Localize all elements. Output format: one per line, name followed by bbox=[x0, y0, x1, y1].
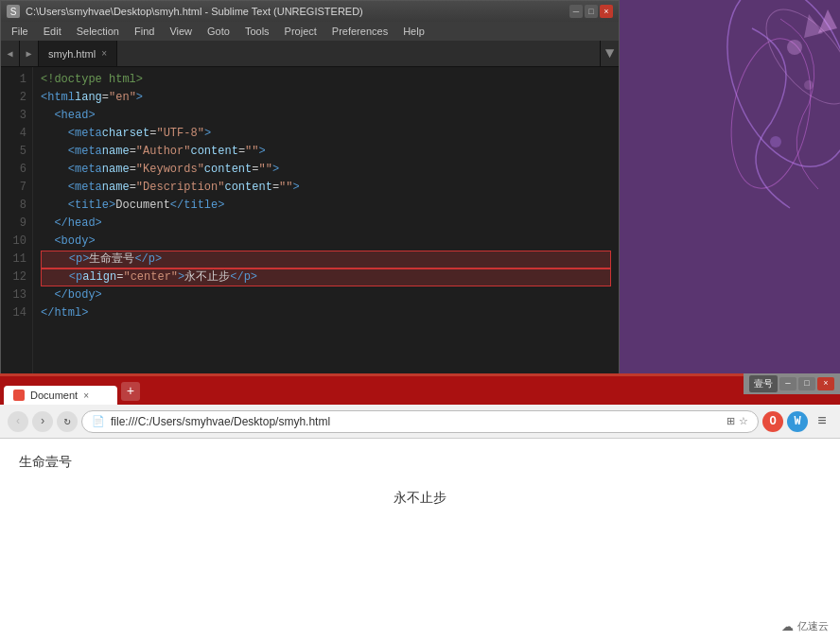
menu-edit[interactable]: Edit bbox=[37, 25, 68, 38]
menu-selection[interactable]: Selection bbox=[70, 25, 126, 38]
browser-content: 生命壹号 永不止步 bbox=[0, 439, 840, 641]
browser-close-btn[interactable]: × bbox=[817, 377, 834, 390]
browser-window: Document × + ‹ › ↻ 📄 file:///C:/Users/sm… bbox=[0, 373, 840, 641]
menu-help[interactable]: Help bbox=[396, 25, 431, 38]
content-text-1: 生命壹号 bbox=[19, 454, 821, 471]
code-line-10: <body> bbox=[41, 233, 611, 251]
window-number-btn[interactable]: 壹号 bbox=[749, 375, 778, 392]
code-line-8: <title>Document</title> bbox=[41, 197, 611, 215]
minimize-button[interactable]: ─ bbox=[569, 5, 583, 18]
menu-preferences[interactable]: Preferences bbox=[325, 25, 394, 38]
svg-point-4 bbox=[787, 40, 802, 55]
browser-window-controls: 壹号 ─ □ × bbox=[744, 373, 840, 394]
code-line-14: </html> bbox=[41, 304, 611, 322]
menu-button[interactable]: ≡ bbox=[812, 411, 832, 432]
browser-tab-title: Document bbox=[30, 390, 78, 401]
menu-bar: File Edit Selection Find View Goto Tools… bbox=[1, 22, 619, 41]
code-line-5: <meta name="Author" content=""> bbox=[41, 143, 611, 161]
code-line-13: </body> bbox=[41, 286, 611, 304]
tab-next[interactable]: ▶ bbox=[20, 41, 39, 66]
code-line-1: <!doctype html> bbox=[41, 71, 611, 89]
menu-file[interactable]: File bbox=[5, 25, 35, 38]
window-title: C:\Users\smyhvae\Desktop\smyh.html - Sub… bbox=[26, 6, 363, 17]
code-line-7: <meta name="Description" content=""> bbox=[41, 179, 611, 197]
code-line-4: <meta charset="UTF-8"> bbox=[41, 125, 611, 143]
star-icon[interactable]: ☆ bbox=[739, 415, 748, 427]
content-text-2: 永不止步 bbox=[19, 480, 821, 629]
tab-bar: ◀ ▶ smyh.html × ▼ bbox=[1, 41, 619, 67]
forward-button[interactable]: › bbox=[32, 411, 53, 432]
code-editor[interactable]: <!doctype html> <html lang="en"> <head> … bbox=[33, 67, 619, 377]
tab-dropdown[interactable]: ▼ bbox=[600, 41, 619, 66]
opera-button[interactable]: O bbox=[762, 411, 783, 432]
title-bar: S C:\Users\smyhvae\Desktop\smyh.html - S… bbox=[1, 1, 619, 22]
browser-action-buttons: O W ≡ bbox=[762, 411, 832, 432]
bookmark-icon[interactable]: ⊞ bbox=[726, 415, 735, 427]
logo-icon: ☁ bbox=[781, 619, 794, 633]
back-button[interactable]: ‹ bbox=[8, 411, 28, 432]
close-button[interactable]: × bbox=[600, 5, 613, 18]
tab-favicon bbox=[13, 390, 25, 401]
code-line-3: <head> bbox=[41, 107, 611, 125]
wallpaper bbox=[620, 0, 840, 376]
browser-tab-bar: Document × + bbox=[0, 376, 840, 405]
maximize-button[interactable]: □ bbox=[585, 5, 598, 18]
menu-view[interactable]: View bbox=[163, 25, 199, 38]
taskbar-logo: ☁ 亿速云 bbox=[781, 619, 829, 633]
logo-text: 亿速云 bbox=[797, 619, 829, 633]
code-line-2: <html lang="en"> bbox=[41, 89, 611, 107]
svg-point-2 bbox=[721, 32, 822, 194]
address-icons: ⊞ ☆ bbox=[726, 415, 748, 427]
code-line-12: <p align="center">永不止步</p> bbox=[41, 269, 611, 286]
refresh-button[interactable]: ↻ bbox=[57, 411, 78, 432]
code-line-6: <meta name="Keywords" content=""> bbox=[41, 161, 611, 179]
svg-point-5 bbox=[804, 80, 814, 90]
new-tab-button[interactable]: + bbox=[121, 382, 140, 401]
tab-prev[interactable]: ◀ bbox=[1, 41, 20, 66]
menu-goto[interactable]: Goto bbox=[201, 25, 236, 38]
svg-point-3 bbox=[750, 0, 840, 118]
window-controls: ─ □ × bbox=[569, 5, 613, 18]
svg-point-6 bbox=[770, 136, 781, 147]
tab-smyh[interactable]: smyh.html × bbox=[39, 41, 117, 66]
code-line-9: </head> bbox=[41, 215, 611, 233]
menu-find[interactable]: Find bbox=[128, 25, 161, 38]
svg-rect-0 bbox=[620, 0, 840, 376]
svg-point-1 bbox=[704, 0, 840, 183]
address-text: file:///C:/Users/smyhvae/Desktop/smyh.ht… bbox=[111, 415, 330, 428]
browser-minimize-btn[interactable]: ─ bbox=[779, 377, 796, 390]
sync-button[interactable]: W bbox=[787, 411, 808, 432]
line-numbers: 1 2 3 4 5 6 7 8 9 10 11 12 13 14 bbox=[1, 67, 33, 377]
menu-tools[interactable]: Tools bbox=[238, 25, 276, 38]
app-icon: S bbox=[7, 5, 20, 18]
file-icon: 📄 bbox=[92, 415, 105, 427]
browser-tab-close-btn[interactable]: × bbox=[83, 390, 89, 401]
editor-area: 1 2 3 4 5 6 7 8 9 10 11 12 13 14 <!docty… bbox=[1, 67, 619, 377]
menu-project[interactable]: Project bbox=[278, 25, 324, 38]
browser-maximize-btn[interactable]: □ bbox=[798, 377, 815, 390]
sublime-window: S C:\Users\smyhvae\Desktop\smyh.html - S… bbox=[0, 0, 620, 376]
code-line-11: <p>生命壹号</p> bbox=[41, 251, 611, 269]
address-bar[interactable]: 📄 file:///C:/Users/smyhvae/Desktop/smyh.… bbox=[81, 410, 759, 433]
tab-close-btn[interactable]: × bbox=[101, 48, 107, 59]
browser-controls-bar: ‹ › ↻ 📄 file:///C:/Users/smyhvae/Desktop… bbox=[0, 405, 840, 439]
browser-tab-document[interactable]: Document × bbox=[4, 386, 117, 405]
tab-label: smyh.html bbox=[48, 48, 96, 60]
